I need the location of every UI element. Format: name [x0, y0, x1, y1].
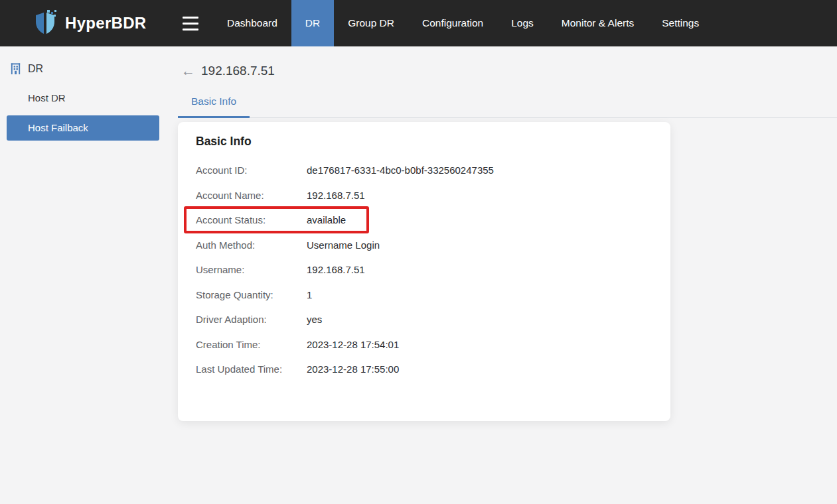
- info-row-label: Creation Time:: [196, 339, 307, 350]
- info-row: Driver Adaption: yes: [178, 307, 670, 332]
- info-row-value: 2023-12-28 17:55:00: [307, 363, 399, 375]
- info-row: Storage Quantity: 1: [178, 283, 670, 308]
- info-row-label: Account ID:: [196, 164, 307, 176]
- info-row-value: 192.168.7.51: [307, 190, 365, 201]
- info-row-value: 192.168.7.51: [307, 264, 365, 275]
- info-row: Account Status: available: [178, 208, 670, 233]
- nav-item[interactable]: Settings: [648, 0, 713, 46]
- page-title: 192.168.7.51: [201, 64, 275, 78]
- info-row-value: 1: [307, 289, 312, 300]
- nav-item[interactable]: Monitor & Alerts: [548, 0, 648, 46]
- info-row: Account Name: 192.168.7.51: [178, 183, 670, 208]
- info-row-label: Last Updated Time:: [196, 363, 307, 375]
- basic-info-card: Basic Info Account ID: de176817-6331-4bc…: [178, 122, 670, 421]
- nav-item[interactable]: Dashboard: [213, 0, 291, 46]
- page-header: ← 192.168.7.51: [181, 61, 837, 81]
- info-rows: Account ID: de176817-6331-4bc0-b0bf-3325…: [178, 158, 670, 382]
- navbar-items: Dashboard DR Group DR Configuration Logs…: [213, 0, 713, 46]
- info-row-label: Storage Quantity:: [196, 289, 307, 300]
- hamburger-menu-icon[interactable]: [183, 17, 198, 31]
- sidebar-items: Host DR Host Failback: [0, 86, 169, 141]
- nav-item[interactable]: DR: [291, 0, 334, 46]
- info-row: Account ID: de176817-6331-4bc0-b0bf-3325…: [178, 158, 670, 183]
- sidebar: DR Host DR Host Failback: [0, 46, 169, 504]
- info-row-label: Username:: [196, 264, 307, 275]
- nav-item[interactable]: Group DR: [334, 0, 408, 46]
- info-row-label: Driver Adaption:: [196, 314, 307, 325]
- sidebar-section-label: DR: [28, 63, 43, 75]
- info-row-label: Account Status:: [196, 214, 307, 225]
- info-row-value: Username Login: [307, 239, 380, 251]
- sidebar-section-dr[interactable]: DR: [0, 56, 169, 82]
- brand-logo[interactable]: HyperBDR: [0, 0, 169, 46]
- info-row: Username: 192.168.7.51: [178, 257, 670, 283]
- sidebar-item[interactable]: Host DR: [7, 86, 159, 111]
- shield-logo-icon: [32, 9, 58, 37]
- info-row-value: 2023-12-28 17:54:01: [307, 339, 399, 350]
- tab-basic-info[interactable]: Basic Info: [178, 90, 250, 118]
- nav-item[interactable]: Logs: [497, 0, 548, 46]
- info-row: Creation Time: 2023-12-28 17:54:01: [178, 332, 670, 357]
- info-row: Last Updated Time: 2023-12-28 17:55:00: [178, 357, 670, 382]
- info-row: Auth Method: Username Login: [178, 233, 670, 258]
- sidebar-item[interactable]: Host Failback: [7, 115, 159, 141]
- card-title: Basic Info: [178, 134, 670, 149]
- info-row-value: de176817-6331-4bc0-b0bf-332560247355: [307, 164, 494, 176]
- back-arrow-icon[interactable]: ←: [181, 64, 195, 78]
- building-icon: [9, 62, 22, 75]
- info-row-label: Account Name:: [196, 190, 307, 201]
- info-row-value: available: [307, 214, 346, 225]
- brand-name: HyperBDR: [65, 14, 146, 32]
- info-row-value: yes: [307, 314, 322, 325]
- info-row-label: Auth Method:: [196, 239, 307, 251]
- main-content: ← 192.168.7.51 Basic Info Basic Info Acc…: [169, 46, 837, 504]
- tab-bar: Basic Info: [178, 90, 837, 118]
- nav-item[interactable]: Configuration: [408, 0, 497, 46]
- top-navbar: HyperBDR Dashboard DR Group DR Configura…: [0, 0, 837, 46]
